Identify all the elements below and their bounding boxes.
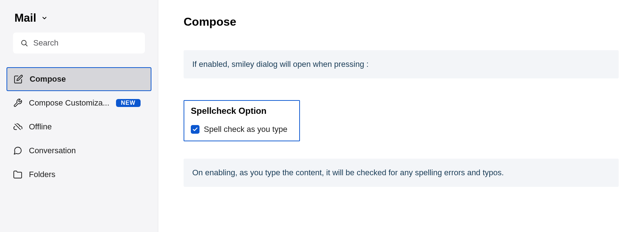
compose-icon xyxy=(14,74,23,84)
search-container xyxy=(0,33,158,67)
cloud-off-icon xyxy=(13,122,22,132)
sidebar-item-offline[interactable]: Offline xyxy=(0,115,158,139)
sidebar-item-label: Offline xyxy=(29,122,52,132)
spellcheck-section: Spellcheck Option Spell check as you typ… xyxy=(184,100,300,141)
search-icon xyxy=(20,38,29,48)
sidebar-section-dropdown[interactable]: Mail xyxy=(0,12,158,33)
conversation-icon xyxy=(13,146,22,155)
tools-icon xyxy=(13,98,22,108)
sidebar-item-conversation[interactable]: Conversation xyxy=(0,139,158,163)
sidebar-item-label: Folders xyxy=(29,170,55,179)
checkbox-checked-icon xyxy=(191,125,199,134)
sidebar-nav: Compose Compose Customiza... NEW Offline xyxy=(0,67,158,186)
new-badge: NEW xyxy=(116,99,141,107)
spellcheck-checkbox-row[interactable]: Spell check as you type xyxy=(191,125,293,134)
spellcheck-heading: Spellcheck Option xyxy=(191,106,293,116)
main-content: Compose If enabled, smiley dialog will o… xyxy=(158,0,644,232)
sidebar-item-label: Compose Customiza... xyxy=(29,98,110,108)
sidebar-item-label: Conversation xyxy=(29,146,76,155)
sidebar-item-folders[interactable]: Folders xyxy=(0,163,158,186)
svg-line-1 xyxy=(26,44,27,46)
sidebar: Mail Compose xyxy=(0,0,158,232)
page-title: Compose xyxy=(184,15,619,29)
sidebar-item-compose[interactable]: Compose xyxy=(7,67,151,91)
spellcheck-description: On enabling, as you type the content, it… xyxy=(184,159,619,187)
search-input[interactable] xyxy=(33,38,138,48)
sidebar-item-compose-customization[interactable]: Compose Customiza... NEW xyxy=(0,91,158,115)
folder-icon xyxy=(13,170,22,179)
search-box[interactable] xyxy=(13,33,145,53)
smiley-info-box: If enabled, smiley dialog will open when… xyxy=(184,50,619,78)
sidebar-item-label: Compose xyxy=(30,74,66,84)
chevron-down-icon xyxy=(40,13,49,23)
spellcheck-checkbox-label: Spell check as you type xyxy=(204,125,287,134)
sidebar-title: Mail xyxy=(14,12,36,25)
